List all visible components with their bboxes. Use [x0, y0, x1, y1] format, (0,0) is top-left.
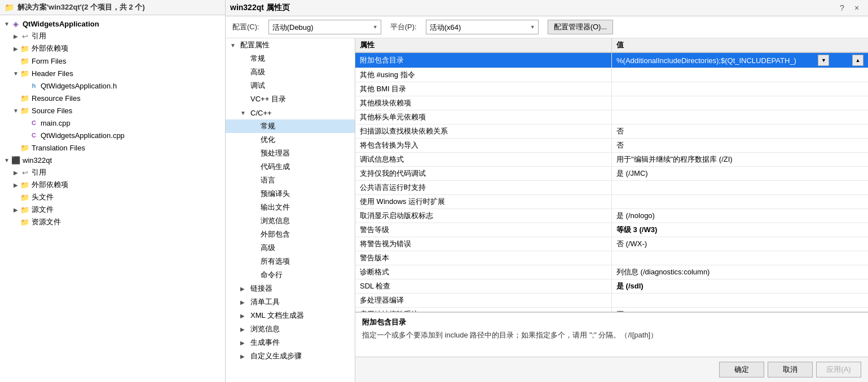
tree-expand-icon[interactable] — [11, 193, 20, 202]
prop-tree-expand-icon[interactable]: ▶ — [240, 340, 248, 346]
prop-tree-expand-icon[interactable]: ▶ — [240, 353, 248, 359]
prop-tree-item-xmldoc[interactable]: ▶XML 文档生成器 — [226, 309, 355, 322]
prop-row[interactable]: 使用 Windows 运行时扩展 — [355, 195, 868, 209]
prop-row[interactable]: 扫描源以查找模块依赖关系否 — [355, 125, 868, 139]
prop-tree-item-cpp[interactable]: ▼C/C++ — [226, 106, 355, 119]
tree-item-ref1[interactable]: ▶↩引用 — [0, 30, 225, 42]
prop-tree-item-output[interactable]: 输出文件 — [226, 201, 355, 214]
prop-row[interactable]: 其他标头单元依赖项 — [355, 110, 868, 125]
tree-item-dep2[interactable]: ▶📁外部依赖项 — [0, 179, 225, 191]
prop-tree-expand-icon[interactable]: ▶ — [240, 286, 248, 292]
tree-expand-icon[interactable]: ▶ — [11, 205, 20, 214]
prop-tree-item-external[interactable]: 外部包含 — [226, 228, 355, 241]
tree-item-res2[interactable]: 📁资源文件 — [0, 216, 225, 228]
prop-tree-item-linker[interactable]: ▶链接器 — [226, 282, 355, 295]
tree-item-hfile1[interactable]: hQtWidgetsApplication.h — [0, 79, 225, 92]
prop-tree-item-lang[interactable]: 语言 — [226, 174, 355, 187]
prop-row[interactable]: 支持仅我的代码调试是 (/JMC) — [355, 167, 868, 181]
tree-expand-icon[interactable]: ▼ — [2, 156, 11, 165]
prop-row[interactable]: 取消显示启动版权标志是 (/nologo) — [355, 209, 868, 223]
tree-expand-icon[interactable] — [11, 143, 20, 152]
help-button[interactable]: ? — [835, 2, 849, 14]
close-button[interactable]: × — [850, 2, 863, 14]
prop-row[interactable]: 启用地址擦除系统否 — [355, 308, 868, 312]
prop-tree-item-browse[interactable]: 浏览信息 — [226, 214, 355, 228]
prop-tree-item-general[interactable]: 常规 — [226, 52, 355, 65]
tree-expand-icon[interactable] — [20, 131, 29, 140]
prop-row[interactable]: 公共语言运行时支持 — [355, 181, 868, 195]
tree-expand-icon[interactable] — [20, 118, 29, 127]
prop-value-cell: 是 (/nologo) — [612, 209, 868, 223]
tree-expand-icon[interactable]: ▶ — [11, 180, 20, 189]
tree-item-res[interactable]: 📁Resource Files — [0, 92, 225, 104]
tree-expand-icon[interactable] — [11, 94, 20, 103]
tree-item-header[interactable]: ▼📁Header Files — [0, 67, 225, 79]
project-tree[interactable]: ▼◈QtWidgetsApplication▶↩引用▶📁外部依赖项📁Form F… — [0, 15, 225, 382]
tree-expand-icon[interactable] — [11, 56, 20, 65]
prop-tree-item-pch[interactable]: 预编译头 — [226, 187, 355, 201]
prop-row[interactable]: 其他 #using 指令 — [355, 68, 868, 82]
prop-row[interactable]: 附加包含目录%(AdditionalIncludeDirectories);$(… — [355, 53, 868, 68]
tree-item-form[interactable]: 📁Form Files — [0, 55, 225, 67]
prop-tree-expand-icon[interactable]: ▼ — [230, 42, 238, 48]
prop-row[interactable]: 调试信息格式用于"编辑并继续"的程序数据库 (/ZI) — [355, 153, 868, 167]
prop-tree-item-adv2[interactable]: 高级 — [226, 241, 355, 255]
prop-row[interactable]: 其他模块依赖项 — [355, 96, 868, 110]
tree-item-solution[interactable]: ▼◈QtWidgetsApplication — [0, 17, 225, 30]
prop-tree[interactable]: ▼配置属性常规高级调试VC++ 目录▼C/C++常规优化预处理器代码生成语言预编… — [226, 38, 355, 382]
prop-tree-item-build[interactable]: ▶生成事件 — [226, 336, 355, 349]
tree-expand-icon[interactable] — [11, 217, 20, 226]
prop-tree-item-debug[interactable]: 调试 — [226, 79, 355, 92]
platform-select[interactable]: 活动(x64) — [426, 20, 539, 34]
tree-item-header2[interactable]: 📁头文件 — [0, 191, 225, 203]
tree-expand-icon[interactable]: ▼ — [2, 19, 11, 28]
prop-row[interactable]: 多处理器编译 — [355, 294, 868, 308]
tree-expand-icon[interactable]: ▼ — [11, 69, 20, 78]
prop-tree-item-vcpp[interactable]: VC++ 目录 — [226, 92, 355, 106]
prop-tree-item-allopts[interactable]: 所有选项 — [226, 255, 355, 268]
prop-row[interactable]: 警告版本 — [355, 251, 868, 265]
config-manager-button[interactable]: 配置管理器(O)... — [548, 20, 614, 34]
prop-row[interactable]: 诊断格式列信息 (/diagnostics:column) — [355, 265, 868, 279]
prop-row[interactable]: SDL 检查是 (/sdl) — [355, 279, 868, 294]
tree-expand-icon[interactable]: ▶ — [11, 168, 20, 177]
prop-tree-item-cpp-general[interactable]: 常规 — [226, 119, 355, 133]
config-select[interactable]: 活动(Debug) — [268, 20, 381, 34]
tree-item-trans[interactable]: 📁Translation Files — [0, 141, 225, 154]
prop-tree-item-cpp-opt[interactable]: 优化 — [226, 133, 355, 146]
tree-expand-icon[interactable]: ▶ — [11, 32, 20, 41]
prop-row[interactable]: 将包含转换为导入否 — [355, 139, 868, 153]
ok-button[interactable]: 确定 — [719, 362, 764, 377]
prop-row[interactable]: 将警告视为错误否 (/WX-) — [355, 237, 868, 251]
prop-tree-item-manifest[interactable]: ▶清单工具 — [226, 295, 355, 309]
prop-row[interactable]: 其他 BMI 目录 — [355, 82, 868, 96]
prop-tree-item-advanced[interactable]: 高级 — [226, 65, 355, 79]
tree-expand-icon[interactable]: ▶ — [11, 44, 20, 53]
prop-dropdown-button[interactable]: ▼ — [818, 55, 829, 66]
prop-tree-expand-icon[interactable]: ▶ — [240, 326, 248, 332]
prop-scroll-up-button[interactable]: ▲ — [852, 55, 863, 66]
tree-item-proj2[interactable]: ▼⬛win322qt — [0, 154, 225, 166]
tree-item-src2[interactable]: ▶📁源文件 — [0, 203, 225, 216]
prop-tree-item-preproc[interactable]: 预处理器 — [226, 146, 355, 160]
tree-item-app_cpp[interactable]: CQtWidgetsApplication.cpp — [0, 129, 225, 141]
tree-item-src[interactable]: ▼📁Source Files — [0, 104, 225, 117]
prop-tree-item-cmdline[interactable]: 命令行 — [226, 268, 355, 282]
prop-tree-item-custombuild[interactable]: ▶自定义生成步骤 — [226, 349, 355, 363]
prop-row[interactable]: 警告等级等级 3 (/W3) — [355, 223, 868, 237]
cpp-icon: C — [29, 131, 38, 140]
apply-button[interactable]: 应用(A) — [816, 362, 861, 377]
prop-tree-expand-icon[interactable]: ▶ — [240, 299, 248, 305]
cancel-button[interactable]: 取消 — [768, 362, 813, 377]
prop-tree-item-codegen[interactable]: 代码生成 — [226, 160, 355, 174]
tree-item-main_cpp[interactable]: Cmain.cpp — [0, 117, 225, 129]
tree-item-dep1[interactable]: ▶📁外部依赖项 — [0, 42, 225, 55]
prop-tree-expand-icon[interactable]: ▼ — [240, 110, 248, 116]
tree-expand-icon[interactable] — [20, 81, 29, 90]
tree-item-ref2[interactable]: ▶↩引用 — [0, 166, 225, 179]
prop-tree-item-config-root[interactable]: ▼配置属性 — [226, 38, 355, 52]
prop-table[interactable]: 属性值附加包含目录%(AdditionalIncludeDirectories)… — [355, 38, 868, 312]
prop-tree-expand-icon[interactable]: ▶ — [240, 313, 248, 319]
prop-tree-item-browseinfo[interactable]: ▶浏览信息 — [226, 322, 355, 336]
tree-expand-icon[interactable]: ▼ — [11, 106, 20, 115]
